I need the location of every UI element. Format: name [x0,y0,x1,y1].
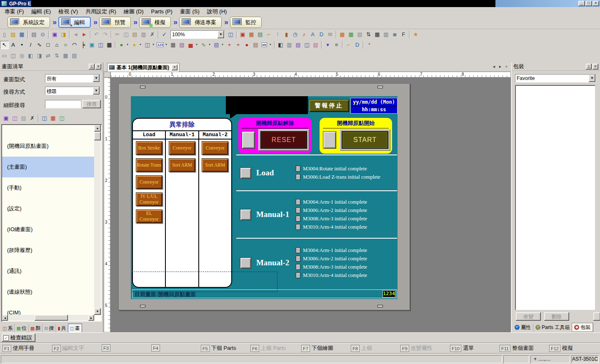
workflow-button[interactable]: ▦ 模擬 [139,17,171,28]
parts-tool-icon[interactable]: ∿▼ [199,41,208,49]
scroll-right-icon[interactable]: ► [88,315,94,321]
hmi-trouble-button[interactable]: EL Conveyor [136,209,162,223]
bit-indicator[interactable] [296,256,300,262]
toolbar-icon[interactable]: ◨ [35,51,44,60]
screen-list-item[interactable]: (通訊) [2,261,94,282]
draw-tool-icon[interactable]: ∿ [35,41,44,49]
tab-close-button[interactable]: × [172,65,178,70]
parts-tool-icon[interactable]: ▨ [294,41,302,49]
toolbar-icon[interactable]: ► [80,30,89,39]
parts-tool-icon[interactable]: ◧ [276,41,285,49]
chevron-down-icon[interactable]: ▼ [93,87,100,95]
function-key[interactable]: F9 改變屬性 [400,344,432,352]
chevron-down-icon[interactable]: ▼ [589,75,595,82]
toolbar-icon[interactable] [236,31,237,38]
toolbar-icon[interactable]: ↷ [101,30,110,39]
toolbar-icon[interactable]: ✓ [160,30,169,39]
toolbar-icon[interactable]: ▩ [338,30,347,39]
push-button[interactable] [242,131,255,149]
parts-tool-icon[interactable]: ▧ [311,41,320,49]
menu-item[interactable]: 檢視 (V) [55,7,82,16]
numeric-display[interactable]: 1234 [382,290,395,297]
draw-tool-icon[interactable]: ⌂ [52,41,61,49]
function-key[interactable]: F2 編輯文字 [52,344,84,352]
workflow-button[interactable]: ● 編輯 [58,17,91,28]
cropped-button[interactable] [593,312,600,321]
toolbar-icon[interactable]: ⇅ [52,51,61,60]
toolbar-icon[interactable]: ▯ [0,30,9,39]
draw-tool-icon[interactable] [115,41,116,49]
datetime-display[interactable]: yy/mm/dd (Mon) hh:mm:ss [350,98,398,114]
panel-tab[interactable]: ▩ 顏 [29,324,42,332]
toolbar-icon[interactable]: ▣ [238,30,247,39]
function-key[interactable]: F12 模擬 [549,344,573,352]
draw-tool-icon[interactable]: ▣ [88,41,96,49]
detail-search-input[interactable] [45,100,81,108]
parts-tool-icon[interactable]: + [234,41,242,49]
chevron-down-icon[interactable]: ▼ [218,31,224,38]
draw-tool-icon[interactable]: ▅▼ [186,41,195,49]
screen-list-item[interactable]: (連線狀態) [2,282,94,302]
function-key[interactable]: F3 [102,344,112,352]
maximize-button[interactable]: □ [585,1,592,6]
screen-list-item[interactable]: (開機回原點畫面) [2,136,94,157]
toolbar-icon[interactable]: ▣ [50,30,59,39]
reset-button[interactable]: RESET [261,132,306,148]
push-button[interactable] [323,131,336,149]
function-key[interactable]: F8 上個 [351,344,372,352]
draw-tool-icon[interactable]: 123▼ [156,41,165,49]
workflow-button[interactable]: ⊙ 預覽 [99,17,131,28]
menu-item[interactable]: Parts (P) [147,7,176,15]
bit-indicator[interactable] [296,207,300,213]
toolbar-icon[interactable]: ▤ [70,51,79,60]
screen-list-item[interactable]: (CIM) [2,302,94,315]
function-key[interactable]: F11 整個畫面 [500,344,534,352]
package-list[interactable] [515,85,595,310]
toolbar-icon[interactable]: ▨ [19,114,28,122]
workflow-button[interactable]: ϟ 監控 [230,17,262,28]
draw-tool-icon[interactable]: • [18,41,26,49]
hmi-screen[interactable]: 警報停止 yy/mm/dd (Mon) hh:mm:ss 異常排除 Load [131,96,398,299]
toolbar-icon[interactable]: ◙ [390,30,399,39]
hmi-trouble-button[interactable]: Conveyor [136,175,162,189]
toolbar-icon[interactable] [90,31,91,38]
toolbar-icon[interactable]: F [399,30,408,39]
toolbar-icon[interactable]: ⇄ [44,51,52,60]
search-button[interactable]: 搜尋 [82,100,101,108]
menu-item[interactable]: 說明 (H) [203,7,231,16]
minimize-button[interactable]: _ [578,1,585,6]
parts-tool-icon[interactable] [274,41,275,49]
toolbar-icon[interactable]: ▨ [9,30,18,39]
toolbar-icon[interactable] [69,31,70,38]
toolbar-icon[interactable]: ◫ [9,51,18,60]
bit-indicator[interactable] [296,272,300,278]
parts-tool-icon[interactable]: D [353,41,362,49]
parts-tool-icon[interactable]: ab▼ [260,41,269,49]
panel-tab[interactable]: ▮ 共 [56,324,68,332]
toolbar-icon[interactable] [409,31,410,38]
document-tab[interactable]: 基本 1(開機回原點畫面) × [107,63,180,72]
toolbar-icon[interactable] [111,31,112,38]
parts-tool-icon[interactable]: ▤▼ [212,41,221,49]
menu-item[interactable]: 共用設定 (R) [82,7,120,16]
draw-tool-icon[interactable]: ◠ [70,41,79,49]
toolbar-icon[interactable]: ✗ [148,30,157,39]
bit-indicator[interactable] [296,199,300,205]
hmi-trouble-button[interactable]: Rotate Trans [136,158,162,172]
selection-handle[interactable] [140,86,145,88]
toolbar-icon[interactable]: ▦ [373,30,382,39]
toolbar-icon[interactable]: ▦ [347,30,355,39]
scroll-up-icon[interactable]: ▲ [94,125,101,132]
toolbar-icon[interactable]: A [308,30,317,39]
draw-tool-icon[interactable]: ○ [61,41,70,49]
draw-tool-icon[interactable]: ▧ [178,41,186,49]
pin-icon[interactable]: ⊥ [89,64,95,70]
bit-indicator[interactable] [296,166,300,172]
status-indicator[interactable] [240,209,251,220]
selection-handle[interactable] [378,86,383,88]
status-indicator[interactable] [240,167,251,179]
scroll-down-icon[interactable]: ▼ [94,308,101,315]
pin-icon[interactable]: ⊥ [586,64,592,70]
toolbar-icon[interactable]: ▣ [2,114,10,122]
toolbar-icon[interactable]: D [317,30,326,39]
